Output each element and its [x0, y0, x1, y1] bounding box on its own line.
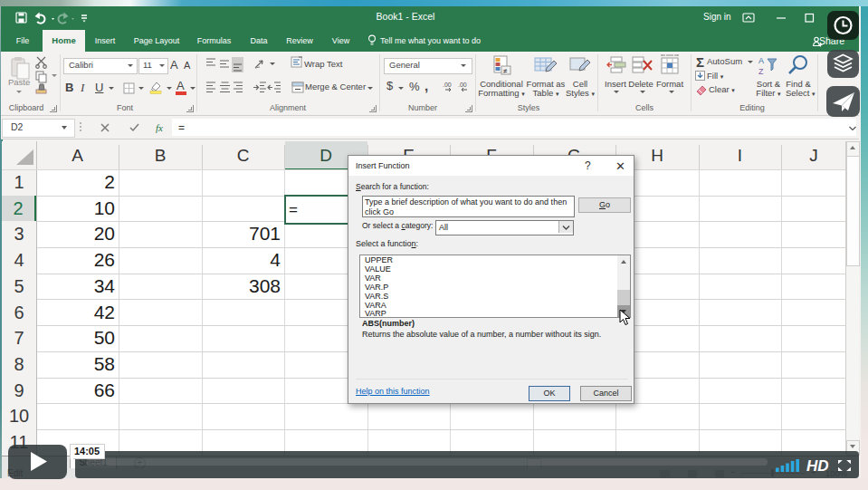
svg-text:.00: .00 — [458, 82, 467, 88]
svg-text:≠: ≠ — [503, 67, 508, 75]
svg-text:fx: fx — [156, 122, 163, 133]
svg-text:Z: Z — [758, 67, 764, 76]
svg-text:.00: .00 — [443, 82, 452, 88]
svg-text:A: A — [758, 56, 764, 65]
